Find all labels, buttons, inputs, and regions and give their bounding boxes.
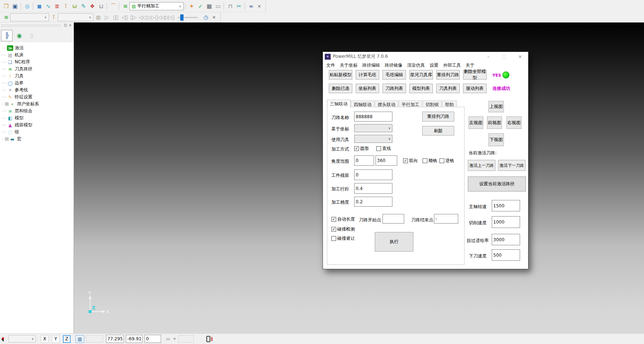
- tool-icon[interactable]: ⊺: [49, 13, 58, 22]
- base-coord-select[interactable]: ∨: [354, 124, 392, 132]
- collision-avoid-checkbox[interactable]: 碰撞避让: [331, 235, 355, 242]
- action-button-r2-3[interactable]: 模型列表: [409, 84, 433, 93]
- fast-forward-icon[interactable]: ▷▷: [146, 13, 155, 22]
- stock-allowance-input[interactable]: [354, 169, 392, 180]
- toolbar-close-icon[interactable]: ×: [255, 2, 263, 11]
- tree-item-stock-models[interactable]: ▲残留模型: [2, 122, 74, 129]
- angle-to-input[interactable]: [376, 155, 397, 166]
- lightbulb-icon[interactable]: ◍: [93, 13, 102, 22]
- axis-z-button[interactable]: Z: [63, 335, 71, 343]
- tree-item-nc-programs[interactable]: ❏NC程序: [2, 59, 74, 66]
- menu-file[interactable]: 文件: [326, 62, 335, 69]
- toolbar-close-icon[interactable]: ×: [210, 13, 217, 22]
- coord-y-field[interactable]: [126, 335, 143, 343]
- explorer-tab[interactable]: ╠: [1, 30, 13, 41]
- slider-handle[interactable]: [180, 14, 184, 21]
- auto-length-checkbox[interactable]: 自动长度: [331, 216, 355, 222]
- stepover-input[interactable]: [354, 183, 392, 194]
- calculate-toolpath-icon[interactable]: ✶: [187, 2, 196, 11]
- start-point-input[interactable]: [383, 214, 404, 224]
- menu-render-sim[interactable]: 渲染仿真: [407, 62, 425, 69]
- nc-program-icon[interactable]: ≣: [52, 2, 61, 11]
- dialog-titlebar[interactable]: ✦ PowerMILL 忆梦星河 7.0.6: [323, 52, 528, 61]
- tree-item-groups[interactable]: ▢组: [2, 129, 74, 136]
- play-icon[interactable]: ▷: [102, 13, 111, 22]
- save-project-icon[interactable]: ▣: [10, 2, 19, 11]
- calculator-icon[interactable]: ▦: [204, 2, 213, 11]
- panel-float-icon[interactable]: ⊡: [64, 23, 67, 28]
- action-button-r1-5[interactable]: 删除全部模型: [463, 70, 487, 80]
- tree-item-levels[interactable]: ≡层和组合: [2, 108, 74, 115]
- coord-x-field[interactable]: [106, 335, 124, 343]
- axis-y-button[interactable]: Y: [52, 335, 60, 343]
- go-to-start-icon[interactable]: ▯◁◁: [155, 13, 164, 22]
- menu-settings[interactable]: 设置: [430, 62, 438, 69]
- action-button-r1-1[interactable]: 计算毛坯: [356, 70, 379, 80]
- action-button-r2-5[interactable]: 驱动列表: [463, 84, 487, 93]
- find-icon[interactable]: ∞: [246, 2, 255, 11]
- view-right-button[interactable]: 右视图: [506, 116, 522, 129]
- menu-ext-tools[interactable]: 外部工具: [443, 62, 461, 69]
- pattern-icon[interactable]: ✎: [79, 2, 88, 11]
- action-button-r1-4[interactable]: 重排列刀路: [436, 70, 460, 80]
- execute-button[interactable]: 执行: [375, 232, 413, 252]
- action-button-r2-1[interactable]: 坐标列表: [356, 84, 379, 93]
- set-active-path-button[interactable]: 设置当前激活路径: [468, 176, 526, 192]
- tree-item-macros[interactable]: +▬宏: [2, 136, 74, 143]
- verify-toolpath-icon[interactable]: ✓: [196, 2, 204, 11]
- activate-next-toolpath-button[interactable]: 激活下一刀路: [498, 160, 526, 171]
- maximize-icon[interactable]: □: [499, 52, 510, 61]
- plunge-feed-input[interactable]: [492, 249, 520, 261]
- rewind-icon[interactable]: ◁◁: [138, 13, 146, 22]
- rearrange-toolpaths-button[interactable]: 重排列刀路: [422, 112, 454, 122]
- feature-set-icon[interactable]: ❖: [88, 2, 96, 11]
- view-bottom-button[interactable]: 下视图: [488, 133, 504, 146]
- toolpath-name-input[interactable]: [354, 112, 392, 122]
- panel-close-icon[interactable]: ×: [69, 23, 72, 28]
- go-to-end-icon[interactable]: ▷▷▯: [164, 13, 174, 22]
- view-top-button[interactable]: 上视图: [488, 101, 504, 112]
- step-forward-icon[interactable]: ▯▷: [129, 13, 138, 22]
- tab-3axis[interactable]: 三轴联动: [327, 100, 351, 108]
- toolpath-select[interactable]: ∨: [10, 13, 49, 21]
- clamp-icon[interactable]: ⊓: [225, 2, 234, 11]
- tree-item-workplanes[interactable]: +⌖用户坐标系: [2, 101, 74, 108]
- boundary-icon[interactable]: ω: [70, 2, 79, 11]
- view-front-button[interactable]: 前视图: [487, 116, 502, 129]
- action-button-r1-3[interactable]: 星河刀具库: [409, 70, 433, 80]
- step-back-icon[interactable]: ◁▯: [120, 13, 129, 22]
- collision-check-icon[interactable]: ⌒: [108, 2, 117, 11]
- open-project-icon[interactable]: ❒: [1, 2, 10, 11]
- minimize-icon[interactable]: –: [483, 52, 494, 61]
- action-button-r2-0[interactable]: 删除已选: [329, 84, 352, 93]
- menu-coords[interactable]: 关于坐标: [340, 62, 357, 69]
- shaded-view-icon[interactable]: ◍: [22, 2, 31, 11]
- tree-item-toolpaths[interactable]: ≋刀具路径: [2, 66, 74, 73]
- mode-line-checkbox[interactable]: 直线: [376, 145, 391, 152]
- collision-check-checkbox[interactable]: 碰撞检测: [331, 226, 355, 232]
- climb-mill-checkbox[interactable]: 顺铣: [423, 158, 437, 164]
- action-button-r1-2[interactable]: 毛坯编辑: [383, 70, 406, 80]
- cursor-mode-widget[interactable]: [1, 336, 7, 342]
- activate-prev-toolpath-button[interactable]: 激活上一刀路: [468, 160, 495, 171]
- block-icon[interactable]: ◼: [35, 2, 43, 11]
- trim-icon[interactable]: ✂: [234, 2, 243, 11]
- tree-item-feature-sets[interactable]: ✎特征设置: [2, 94, 74, 101]
- grid-toggle-button[interactable]: ▦: [75, 335, 84, 343]
- action-button-r1-0[interactable]: 粘贴新模型: [329, 70, 352, 80]
- close-icon[interactable]: ×: [515, 52, 526, 61]
- web-tab[interactable]: ◉: [14, 30, 25, 41]
- menu-about[interactable]: 关于: [466, 62, 474, 69]
- view-left-button[interactable]: 左视图: [469, 116, 483, 129]
- tree-item-boundaries[interactable]: ◯边界: [2, 80, 74, 87]
- tool-holder-icon[interactable]: ⊔: [96, 2, 105, 11]
- tree-item-tools[interactable]: ⊺刀具: [2, 73, 74, 80]
- conventional-mill-checkbox[interactable]: 逆铣: [440, 158, 454, 164]
- end-point-input[interactable]: [434, 214, 458, 224]
- clock-icon[interactable]: ◷: [201, 13, 210, 22]
- tree-item-machine[interactable]: ▤机床: [2, 52, 74, 59]
- tree-item-activate[interactable]: ≫激活: [2, 45, 74, 52]
- simulation-speed-slider[interactable]: [178, 17, 198, 18]
- toolpath-icon[interactable]: ≋: [1, 13, 10, 22]
- angle-from-input[interactable]: [354, 155, 374, 166]
